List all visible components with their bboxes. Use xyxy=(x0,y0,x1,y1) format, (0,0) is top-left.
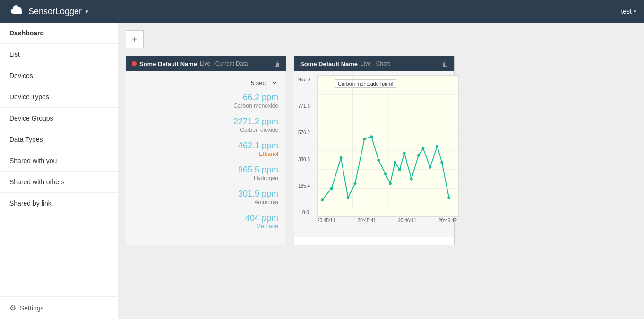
widget-chart-header-left: Some Default Name Live - Chart xyxy=(300,60,390,68)
data-value: 404 ppm xyxy=(134,213,278,223)
username: test xyxy=(621,8,632,15)
data-row: 965.5 ppmHydrogen xyxy=(134,165,278,181)
widget-chart-delete[interactable]: 🗑 xyxy=(442,60,448,68)
data-label: Carbon dioxide xyxy=(134,127,278,133)
data-value: 2271.2 ppm xyxy=(134,117,278,127)
svg-point-9 xyxy=(321,198,324,201)
svg-point-24 xyxy=(422,147,425,150)
widget-chart-subtitle: Live - Chart xyxy=(361,60,390,67)
x-label-3: 20:46:42 xyxy=(438,218,457,223)
svg-point-14 xyxy=(363,138,366,140)
widget-current-delete[interactable]: 🗑 xyxy=(274,60,280,68)
chart-svg xyxy=(318,76,458,216)
sidebar-item-shared-with-others[interactable]: Shared with others xyxy=(0,172,118,193)
data-row: 2271.2 ppmCarbon dioxide xyxy=(134,117,278,133)
x-label-0: 20:45:11 xyxy=(317,218,335,223)
svg-point-16 xyxy=(377,159,380,162)
widget-current-header: Some Default Name Live - Current Data 🗑 xyxy=(126,56,286,71)
user-menu[interactable]: test ▾ xyxy=(621,8,636,15)
data-label: Ethanol xyxy=(134,151,278,157)
widget-current-subtitle: Live - Current Data xyxy=(200,60,248,67)
sidebar-item-device-types[interactable]: Device Types xyxy=(0,86,118,108)
brand-name: SensorLogger xyxy=(28,7,82,17)
svg-point-11 xyxy=(340,156,343,159)
y-label-5: -10.0 xyxy=(298,210,310,215)
widget-chart-header: Some Default Name Live - Chart 🗑 xyxy=(294,56,454,71)
sidebar-item-shared-with-you[interactable]: Shared with you xyxy=(0,150,118,172)
widget-current-header-left: Some Default Name Live - Current Data xyxy=(132,60,248,68)
y-label-1: 771.6 xyxy=(298,103,310,109)
sidebar-item-devices[interactable]: Devices xyxy=(0,65,118,86)
refresh-select[interactable]: 5 sec. 1 sec. 10 sec. 30 sec. 1 min. xyxy=(249,79,278,87)
user-caret: ▾ xyxy=(634,9,636,15)
page-layout: DashboardListDevicesDevice TypesDevice G… xyxy=(0,23,644,319)
add-widget-button[interactable]: + xyxy=(126,30,144,48)
widget-current-body: 5 sec. 1 sec. 10 sec. 30 sec. 1 min. 66.… xyxy=(126,71,286,245)
svg-point-10 xyxy=(330,187,333,190)
svg-point-20 xyxy=(398,168,401,171)
gear-icon: ⚙ xyxy=(9,303,16,312)
x-label-1: 20:45:41 xyxy=(358,218,376,223)
settings-label: Settings xyxy=(20,304,44,312)
widget-current-data: Some Default Name Live - Current Data 🗑 … xyxy=(126,56,286,245)
svg-point-12 xyxy=(347,196,350,199)
x-label-2: 20:46:11 xyxy=(398,218,416,223)
sidebar-footer[interactable]: ⚙ Settings xyxy=(0,296,118,319)
svg-point-17 xyxy=(384,173,387,176)
data-row: 404 ppmMethane xyxy=(134,213,278,230)
y-label-2: 576.2 xyxy=(298,130,310,135)
svg-point-28 xyxy=(447,196,450,199)
svg-point-23 xyxy=(417,154,420,157)
sidebar-item-data-types[interactable]: Data Types xyxy=(0,129,118,150)
widgets-row: Some Default Name Live - Current Data 🗑 … xyxy=(126,56,636,245)
data-value: 301.9 ppm xyxy=(134,189,278,199)
y-label-3: 380.8 xyxy=(298,157,310,162)
sidebar-nav: DashboardListDevicesDevice TypesDevice G… xyxy=(0,23,118,296)
svg-point-19 xyxy=(394,161,396,164)
sidebar-item-device-groups[interactable]: Device Groups xyxy=(0,108,118,129)
y-label-4: 185.4 xyxy=(298,183,310,189)
chart-area: Carbon monoxide [ppm] xyxy=(317,75,459,217)
data-row: 66.2 ppmCarbon monoxide xyxy=(134,93,278,109)
data-label: Carbon monoxide xyxy=(134,103,278,109)
sidebar: DashboardListDevicesDevice TypesDevice G… xyxy=(0,23,118,319)
navbar: SensorLogger ▾ test ▾ xyxy=(0,0,644,23)
data-rows: 66.2 ppmCarbon monoxide2271.2 ppmCarbon … xyxy=(134,93,278,230)
svg-point-27 xyxy=(440,161,443,164)
svg-point-26 xyxy=(436,145,438,147)
widget-current-title: Some Default Name xyxy=(139,60,197,68)
widget-chart-title: Some Default Name xyxy=(300,60,358,68)
sidebar-item-list[interactable]: List xyxy=(0,44,118,65)
data-label: Methane xyxy=(134,223,278,230)
y-label-0: 967.0 xyxy=(298,77,310,82)
cloud-icon xyxy=(8,5,25,18)
data-label: Ammonia xyxy=(134,199,278,206)
y-axis-labels: 967.0 771.6 576.2 380.8 185.4 -10.0 xyxy=(298,75,310,217)
data-row: 301.9 ppmAmmonia xyxy=(134,189,278,206)
navbar-brand[interactable]: SensorLogger ▾ xyxy=(8,5,88,18)
sidebar-item-dashboard[interactable]: Dashboard xyxy=(0,23,118,44)
data-value: 66.2 ppm xyxy=(134,93,278,103)
svg-point-13 xyxy=(353,182,356,185)
svg-point-18 xyxy=(389,182,392,185)
svg-point-15 xyxy=(370,135,373,138)
widget-chart: Some Default Name Live - Chart 🗑 Carbon … xyxy=(294,56,455,245)
main-content: + Some Default Name Live - Current Data … xyxy=(118,23,644,319)
chart-body: Carbon monoxide [ppm] xyxy=(294,71,454,237)
brand-caret: ▾ xyxy=(86,9,88,15)
data-value: 462.1 ppm xyxy=(134,141,278,151)
svg-point-22 xyxy=(410,178,413,181)
svg-point-21 xyxy=(403,152,406,155)
data-row: 462.1 ppmEthanol xyxy=(134,141,278,157)
live-badge xyxy=(132,61,137,66)
x-axis-labels: 20:45:11 20:45:41 20:46:11 20:46:42 xyxy=(317,217,459,224)
sidebar-item-shared-by-link[interactable]: Shared by link xyxy=(0,193,118,214)
data-value: 965.5 ppm xyxy=(134,165,278,175)
data-label: Hydrogen xyxy=(134,175,278,181)
svg-point-25 xyxy=(429,166,431,169)
refresh-row: 5 sec. 1 sec. 10 sec. 30 sec. 1 min. xyxy=(134,79,278,87)
